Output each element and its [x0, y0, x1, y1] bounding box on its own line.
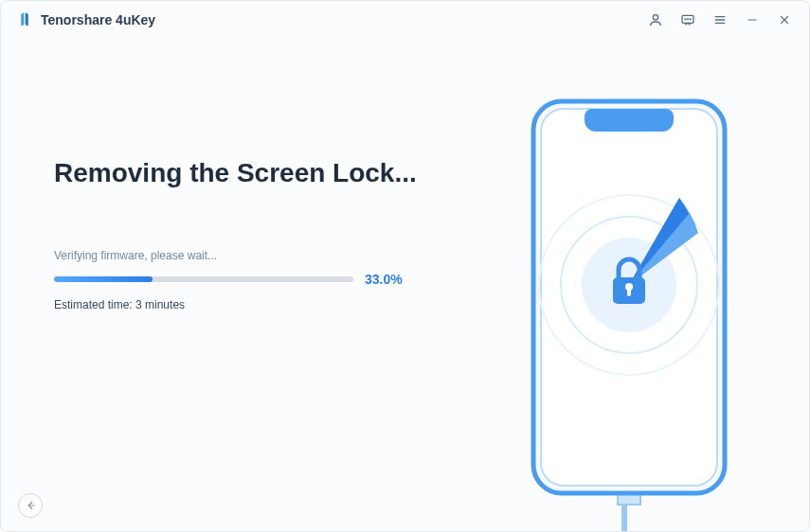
titlebar: Tenorshare 4uKey	[1, 1, 809, 39]
estimated-time: Estimated time: 3 minutes	[54, 298, 430, 311]
svg-point-0	[653, 15, 657, 20]
progress-bar	[54, 276, 353, 282]
svg-point-2	[685, 19, 686, 20]
feedback-icon[interactable]	[678, 10, 697, 29]
status-text: Verifying firmware, please wait...	[54, 249, 430, 262]
app-logo-icon	[16, 11, 33, 28]
phone-illustration	[520, 96, 738, 532]
illustration-pane	[449, 39, 809, 531]
progress-row: 33.0%	[54, 272, 430, 287]
svg-point-3	[688, 19, 689, 20]
back-button[interactable]	[18, 493, 43, 518]
menu-icon[interactable]	[711, 10, 729, 29]
progress-pane: Removing the Screen Lock... Verifying fi…	[1, 39, 449, 531]
titlebar-controls	[646, 10, 794, 29]
svg-point-4	[690, 19, 691, 20]
page-title: Removing the Screen Lock...	[54, 158, 430, 188]
close-button[interactable]	[775, 10, 794, 29]
svg-rect-18	[627, 289, 631, 296]
minimize-button[interactable]	[743, 10, 762, 29]
app-title: Tenorshare 4uKey	[41, 12, 155, 27]
account-icon[interactable]	[646, 10, 665, 29]
progress-percent: 33.0%	[365, 272, 403, 287]
progress-fill	[54, 276, 153, 282]
app-logo-wrap: Tenorshare 4uKey	[16, 11, 155, 28]
main-content: Removing the Screen Lock... Verifying fi…	[1, 39, 809, 531]
